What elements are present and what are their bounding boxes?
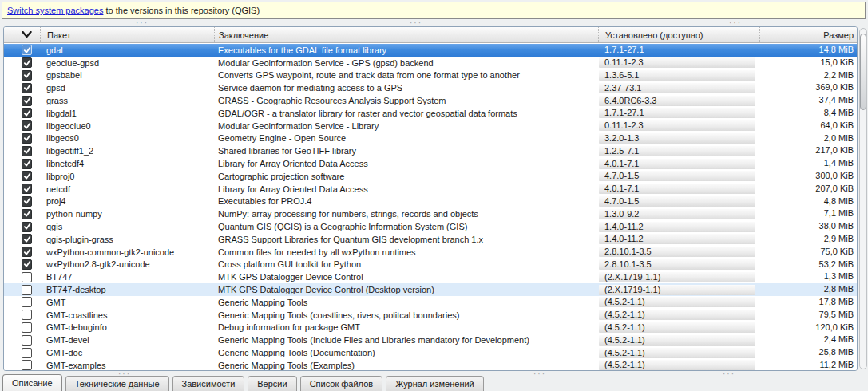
package-version-cell: (4.5.2-1.1)	[598, 335, 759, 346]
column-header-installed[interactable]: Установлено (доступно)	[598, 27, 759, 42]
package-version: 1.3.6-5.1	[599, 70, 755, 81]
package-checkbox[interactable]	[22, 108, 32, 118]
table-row[interactable]: proj4 Executables for PROJ.4 4.7.0-1.5 4…	[4, 196, 857, 208]
package-version-cell: 1.7.1-27.1	[598, 45, 759, 55]
scrollbar-thumb[interactable]	[860, 34, 866, 110]
table-row[interactable]: geoclue-gpsd Modular Geoinformation Serv…	[4, 57, 857, 69]
package-name: BT747-desktop	[40, 285, 214, 294]
package-checkbox[interactable]	[22, 272, 32, 282]
table-row[interactable]: python-numpy NumPy: array processing for…	[4, 207, 857, 220]
package-version: (4.5.2-1.1)	[599, 297, 755, 307]
table-row[interactable]: libgeos0 Geometry Engine - Open Source 3…	[4, 132, 857, 145]
package-version: (4.5.2-1.1)	[599, 348, 755, 358]
status-cell	[4, 108, 40, 118]
package-name: netcdf	[40, 184, 214, 194]
table-row[interactable]: libgdal1 GDAL/OGR - a translator library…	[4, 107, 857, 120]
package-size: 38,0 MiB	[759, 220, 857, 233]
detail-tab[interactable]: Описание	[2, 374, 62, 391]
vertical-scrollbar[interactable]	[859, 28, 867, 369]
table-row[interactable]: GMT-doc Generic Mapping Tools (Documenta…	[4, 346, 857, 359]
package-checkbox[interactable]	[22, 247, 32, 257]
package-checkbox[interactable]	[22, 159, 32, 169]
package-version-cell: 1.3.6-5.1	[598, 70, 759, 81]
package-summary: Modular Geoinformation Service - GPS (gp…	[214, 58, 598, 68]
package-checkbox[interactable]	[22, 120, 32, 131]
package-version-cell: (4.5.2-1.1)	[598, 348, 759, 358]
check-icon	[23, 59, 31, 67]
table-row[interactable]: GMT-devel Generic Mapping Tools (Include…	[4, 334, 857, 346]
table-row[interactable]: libgeoclue0 Modular Geoinformation Servi…	[4, 120, 857, 132]
package-checkbox[interactable]	[22, 209, 32, 219]
table-row[interactable]: GMT-examples Generic Mapping Tools (Exam…	[4, 359, 857, 370]
package-checkbox[interactable]	[22, 297, 32, 307]
package-checkbox[interactable]	[22, 146, 32, 156]
package-size: 1,4 MiB	[759, 157, 857, 170]
package-checkbox[interactable]	[22, 360, 32, 370]
package-checkbox[interactable]	[22, 184, 32, 194]
package-checkbox[interactable]	[22, 70, 32, 81]
detail-tab[interactable]: Зависимости	[172, 376, 245, 391]
package-checkbox[interactable]	[22, 83, 32, 93]
table-row[interactable]: wxPython-common-gtk2-unicode Common file…	[4, 246, 857, 259]
detail-tab[interactable]: Технические данные	[65, 376, 169, 391]
table-row[interactable]: GMT-debuginfo Debug information for pack…	[4, 322, 857, 334]
package-summary: NumPy: array processing for numbers, str…	[214, 209, 598, 219]
detail-tab[interactable]: Журнал изменений	[386, 376, 484, 391]
package-version: 2.8.10.1-3.5	[599, 259, 755, 270]
package-size: 369,0 KiB	[759, 81, 857, 94]
column-header-summary[interactable]: Заключение	[214, 27, 598, 42]
package-size: 2,9 MiB	[759, 233, 857, 246]
table-row[interactable]: qgis-plugin-grass GRASS Support Librarie…	[4, 233, 857, 246]
package-name: python-numpy	[40, 209, 214, 219]
detail-tab[interactable]: Список файлов	[300, 376, 382, 391]
table-row[interactable]: libnetcdf4 Library for Array Oriented Da…	[4, 157, 857, 170]
notice-bar: Switch system packages to the versions i…	[2, 2, 866, 19]
package-checkbox[interactable]	[22, 348, 32, 358]
package-checkbox[interactable]	[22, 45, 32, 55]
package-size: 1,3 MiB	[759, 271, 857, 283]
package-checkbox[interactable]	[22, 259, 32, 270]
package-checkbox[interactable]	[22, 171, 32, 181]
package-checkbox[interactable]	[22, 96, 32, 106]
column-header-size[interactable]: Размер	[759, 27, 857, 42]
package-checkbox[interactable]	[22, 322, 32, 333]
table-row[interactable]: qgis Quantum GIS (QGIS) is a Geographic …	[4, 220, 857, 233]
package-checkbox[interactable]	[22, 57, 32, 68]
package-checkbox[interactable]	[22, 222, 32, 232]
table-row[interactable]: libgeotiff1_2 Shared libraries for GeoTI…	[4, 144, 857, 157]
status-cell	[4, 310, 40, 320]
table-row[interactable]: libproj0 Cartographic projection softwar…	[4, 170, 857, 183]
package-checkbox[interactable]	[22, 285, 32, 295]
package-version: 1.4.0-11.2	[599, 222, 755, 232]
package-size: 217,0 KiB	[759, 144, 857, 157]
table-row[interactable]: GMT-coastlines Generic Mapping Tools (co…	[4, 309, 857, 322]
package-checkbox[interactable]	[22, 335, 32, 346]
package-version: 0.11.1-2.3	[599, 120, 755, 131]
table-row[interactable]: gpsbabel Converts GPS waypoint, route an…	[4, 69, 857, 82]
table-row[interactable]: wxPython2.8-gtk2-unicode Cross platform …	[4, 259, 857, 271]
column-header-package[interactable]: Пакет	[40, 27, 214, 42]
package-checkbox[interactable]	[22, 133, 32, 144]
package-version-cell: 1.2.5-7.1	[598, 146, 759, 156]
column-header-status[interactable]	[4, 27, 40, 42]
table-row[interactable]: netcdf Library for Array Oriented Data A…	[4, 183, 857, 196]
table-row[interactable]: grass GRASS - Geographic Resources Analy…	[4, 94, 857, 107]
detail-tab[interactable]: Версии	[248, 376, 296, 391]
package-checkbox[interactable]	[22, 196, 32, 207]
package-version-cell: 1.3.0-9.2	[598, 209, 759, 219]
package-checkbox[interactable]	[22, 310, 32, 320]
package-summary: Generic Mapping Tools (Examples)	[214, 361, 598, 370]
package-checkbox[interactable]	[22, 234, 32, 244]
switch-system-packages-link[interactable]: Switch system packages	[7, 6, 103, 15]
table-row[interactable]: gpsd Service daemon for mediating access…	[4, 81, 857, 94]
status-cell	[4, 234, 40, 244]
package-name: wxPython-common-gtk2-unicode	[40, 247, 214, 257]
package-version: 6.4.0RC6-3.3	[599, 96, 755, 106]
table-row[interactable]: BT747-desktop MTK GPS Datalogger Device …	[4, 283, 857, 296]
table-row[interactable]: BT747 MTK GPS Datalogger Device Control …	[4, 271, 857, 283]
package-size: 2,4 MiB	[759, 334, 857, 346]
package-name: grass	[40, 96, 214, 105]
table-row[interactable]: gdal Executables for the GDAL file forma…	[4, 44, 857, 57]
package-size: 120,0 KiB	[759, 322, 857, 334]
table-row[interactable]: GMT Generic Mapping Tools (4.5.2-1.1) 17…	[4, 296, 857, 309]
